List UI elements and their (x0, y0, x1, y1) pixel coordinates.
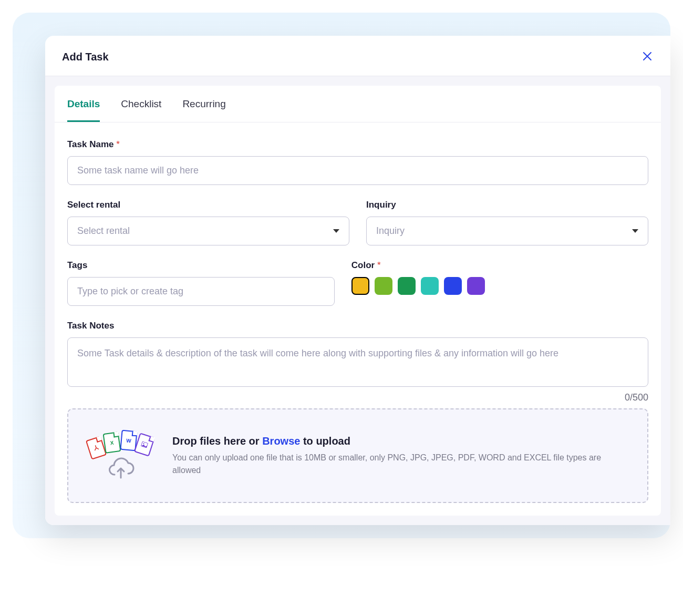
browse-link[interactable]: Browse (262, 435, 300, 447)
rental-selected-value: Select rental (77, 225, 130, 236)
color-swatch-3[interactable] (398, 277, 416, 295)
add-task-modal: Add Task Details Checklist Recurring Tas… (45, 36, 670, 525)
rental-label: Select rental (67, 200, 349, 210)
color-swatch-1[interactable] (351, 277, 369, 295)
notes-counter: 0/500 (67, 392, 648, 403)
task-name-input[interactable] (67, 156, 648, 185)
tags-input[interactable] (67, 277, 335, 306)
inquiry-select[interactable]: Inquiry (366, 217, 648, 245)
tabs: Details Checklist Recurring (55, 86, 661, 122)
close-button[interactable] (641, 50, 654, 63)
color-swatch-5[interactable] (444, 277, 462, 295)
cloud-upload-icon (106, 457, 136, 482)
modal-title: Add Task (62, 51, 109, 63)
tab-checklist[interactable]: Checklist (121, 86, 161, 122)
notes-textarea[interactable] (67, 337, 648, 387)
dropzone-illustration: X W (84, 429, 158, 482)
inquiry-label: Inquiry (366, 200, 648, 210)
file-image-icon (134, 433, 155, 456)
dropzone-title: Drop files here or Browse to upload (172, 435, 632, 447)
file-excel-icon: X (103, 432, 121, 454)
notes-label: Task Notes (67, 321, 648, 331)
file-dropzone[interactable]: X W (67, 408, 648, 503)
inquiry-selected-value: Inquiry (376, 225, 405, 236)
svg-point-1 (143, 443, 144, 445)
color-label: Color * (351, 260, 648, 271)
tab-recurring[interactable]: Recurring (182, 86, 225, 122)
rental-select[interactable]: Select rental (67, 217, 349, 245)
dropzone-hint: You can only upload one file that is 10M… (172, 451, 632, 477)
tab-details[interactable]: Details (67, 86, 100, 122)
color-swatches (351, 277, 648, 295)
modal-header: Add Task (45, 36, 670, 76)
color-swatch-4[interactable] (421, 277, 439, 295)
color-swatch-2[interactable] (375, 277, 392, 295)
tags-label: Tags (67, 260, 335, 271)
close-icon (643, 52, 652, 63)
color-swatch-6[interactable] (467, 277, 485, 295)
task-name-label: Task Name * (67, 139, 648, 150)
